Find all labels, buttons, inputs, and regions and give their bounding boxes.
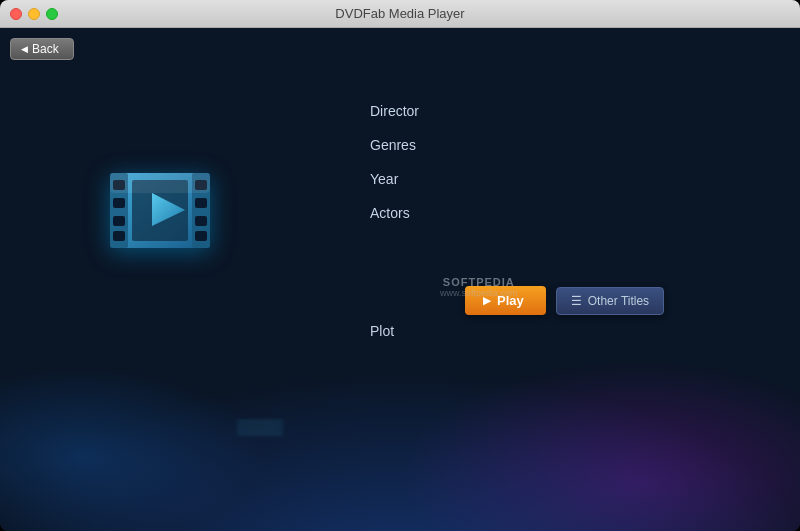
other-titles-label: Other Titles	[588, 294, 649, 308]
year-label: Year	[370, 171, 419, 187]
actors-label: Actors	[370, 205, 419, 221]
svg-rect-10	[195, 231, 207, 241]
movie-info-panel: Director Genres Year Actors	[370, 103, 419, 221]
play-button[interactable]: Play	[465, 286, 546, 315]
svg-rect-5	[113, 216, 125, 226]
film-strip-reflection	[200, 415, 320, 440]
minimize-button[interactable]	[28, 8, 40, 20]
main-content: Back	[0, 28, 800, 531]
plot-label: Plot	[370, 323, 394, 339]
other-titles-button[interactable]: ☰ Other Titles	[556, 287, 664, 315]
svg-rect-16	[275, 419, 283, 436]
list-icon: ☰	[571, 294, 582, 308]
maximize-button[interactable]	[46, 8, 58, 20]
action-buttons: Play ☰ Other Titles	[465, 286, 664, 315]
film-icon-container	[100, 158, 260, 318]
svg-rect-9	[195, 216, 207, 226]
svg-rect-13	[110, 173, 210, 193]
titlebar: DVDFab Media Player	[0, 0, 800, 28]
director-label: Director	[370, 103, 419, 119]
svg-rect-4	[113, 198, 125, 208]
back-button[interactable]: Back	[10, 38, 74, 60]
traffic-lights	[10, 8, 58, 20]
svg-rect-6	[113, 231, 125, 241]
svg-rect-8	[195, 198, 207, 208]
window-title: DVDFab Media Player	[335, 6, 464, 21]
svg-rect-15	[237, 419, 245, 436]
film-strip-icon	[100, 158, 220, 268]
genres-label: Genres	[370, 137, 419, 153]
play-button-label: Play	[497, 293, 524, 308]
back-button-label: Back	[32, 42, 59, 56]
app-window: DVDFab Media Player Back	[0, 0, 800, 531]
close-button[interactable]	[10, 8, 22, 20]
